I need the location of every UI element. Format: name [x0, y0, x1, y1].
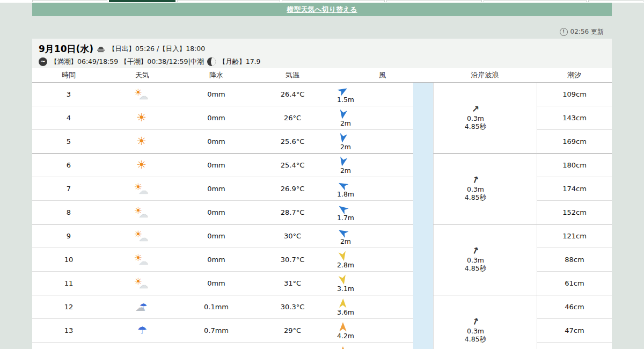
forecast-panel: 9月10日(水) 【日出】05:26 /【日入】18:00 ~ 【満潮】06:4…: [32, 39, 612, 349]
wave-height: 0.3m: [467, 185, 484, 193]
weather-icon-sun-cloud: ☀☁: [134, 88, 150, 101]
time-cell: 12: [32, 295, 105, 319]
time-cell: 8: [32, 201, 105, 224]
precip-cell: 0.1mm: [179, 295, 253, 319]
moon-icon: [207, 57, 216, 66]
tide-cell: 169cm: [537, 130, 612, 154]
wind-cell: 4.2m: [332, 319, 413, 343]
wind-direction-arrow: [337, 132, 348, 144]
moon-age: 【月齢】17.9: [219, 57, 261, 67]
weather-cell: ☁☂: [105, 295, 179, 319]
wind-cell: 1.7m: [332, 201, 413, 224]
wind-cell: 2m: [332, 154, 413, 177]
time-cell: 7: [32, 177, 105, 201]
date-title: 9月10日(水): [39, 43, 93, 55]
wave-height: 0.3m: [467, 114, 484, 122]
tab-stub[interactable]: [588, 0, 643, 2]
tide-cell: 61cm: [537, 272, 612, 295]
wind-cell: 1.5m: [332, 83, 413, 106]
time-cell: 4: [32, 106, 105, 130]
tide-times: 【満潮】06:49/18:59 【干潮】00:38/12:59|中潮: [50, 57, 204, 67]
precip-cell: 0mm: [179, 248, 253, 272]
weather-cell: ☀: [105, 106, 179, 130]
tab-stub[interactable]: [484, 0, 587, 2]
tab-stub[interactable]: [282, 0, 385, 2]
precip-cell: 0mm: [179, 83, 253, 106]
precip-cell: 0mm: [179, 224, 253, 248]
weather-icon-sun-cloud: ☀☁: [134, 253, 150, 267]
weather-icon-sun: ☀: [134, 111, 150, 125]
sun-times: 【日出】05:26 /【日入】18:00: [108, 45, 205, 54]
wind-cell: 2.8m: [332, 248, 413, 272]
precip-cell: 0mm: [179, 177, 253, 201]
col-header-wave: 沿岸波浪: [433, 68, 537, 83]
layout-switch-banner: 横型天気へ切り替える: [32, 3, 612, 16]
weather-cell: ☀☁: [105, 201, 179, 224]
time-cell: 9: [32, 224, 105, 248]
weather-icon-sun-cloud: ☀☁: [134, 182, 150, 196]
wave-period: 4.85秒: [465, 122, 486, 132]
wave-height: 0.3m: [467, 256, 484, 264]
col-header-tide: 潮汐: [537, 68, 612, 83]
date-header: 9月10日(水) 【日出】05:26 /【日入】18:00 ~ 【満潮】06:4…: [32, 39, 612, 68]
col-header-temp: 気温: [253, 68, 332, 83]
tab-stub[interactable]: [177, 0, 280, 2]
tab-stub[interactable]: [386, 0, 482, 2]
weather-icon-sun: ☀: [134, 158, 150, 172]
wind-direction-arrow: [338, 322, 348, 332]
wave-direction-arrow: ↗: [470, 174, 481, 185]
daylight-band: [413, 83, 433, 349]
weather-cell: ☀☁: [105, 248, 179, 272]
weather-cell: ☀: [105, 154, 179, 177]
wave-direction-arrow: ↗: [470, 245, 480, 257]
wind-direction-arrow: [337, 250, 349, 262]
time-cell: [32, 343, 105, 349]
wind-cell: 1.8m: [332, 177, 413, 201]
weather-icon-sun-cloud: ☀☁: [134, 277, 150, 290]
active-tab-stub[interactable]: [109, 0, 175, 2]
time-cell: 6: [32, 154, 105, 177]
temp-cell: 26.4°C: [253, 83, 332, 106]
time-cell: 5: [32, 130, 105, 154]
weather-cell: ☂: [105, 319, 179, 343]
tide-cell: 47cm: [537, 319, 612, 343]
wind-cell: 3.1m: [332, 272, 413, 295]
wind-cell: 2m: [332, 224, 413, 248]
wind-direction-arrow: [337, 108, 348, 120]
tide-cell: 152cm: [537, 201, 612, 224]
wind-direction-arrow: [338, 346, 348, 349]
layout-switch-link[interactable]: 横型天気へ切り替える: [287, 5, 357, 13]
temp-cell: [253, 343, 332, 349]
time-cell: 11: [32, 272, 105, 295]
wave-direction-arrow: ↗: [472, 105, 479, 114]
time-cell: 10: [32, 248, 105, 272]
weather-cell: ☀☁: [105, 177, 179, 201]
wave-cell: ↗0.3m4.85秒: [433, 83, 537, 154]
wind-direction-arrow: [337, 273, 349, 286]
tide-cell: 174cm: [537, 177, 612, 201]
weather-icon-sun-cloud: ☀☁: [134, 206, 150, 220]
tab-stub[interactable]: [32, 0, 107, 2]
precip-cell: 0mm: [179, 154, 253, 177]
temp-cell: 30.7°C: [253, 248, 332, 272]
col-header-wind: 風: [332, 68, 433, 83]
temp-cell: 26.9°C: [253, 177, 332, 201]
wave-period: 4.85秒: [465, 335, 486, 344]
update-time-text: 02:56 更新: [570, 27, 604, 37]
weather-table: 時間 天気 降水 気温 風 沿岸波浪 潮汐 3☀☁0mm26.4°C1.5m10…: [32, 68, 612, 349]
col-header-time: 時間: [32, 68, 105, 83]
temp-cell: 30.3°C: [253, 295, 332, 319]
wave-period: 4.85秒: [465, 193, 486, 202]
tide-cell: 88cm: [537, 248, 612, 272]
wave-direction-arrow: ↗: [470, 316, 481, 327]
wave-cell: ↗0.3m4.85秒: [433, 224, 537, 295]
col-header-weather: 天気: [105, 68, 179, 83]
weather-icon-none: [134, 347, 150, 349]
update-info: ! 02:56 更新: [560, 27, 604, 37]
wind-cell: [332, 343, 413, 349]
precip-cell: 0mm: [179, 201, 253, 224]
wave-cell: ↗0.3m4.85秒: [433, 295, 537, 349]
wave-icon: ~: [39, 57, 47, 66]
temp-cell: 31°C: [253, 272, 332, 295]
wind-speed: 1.7m: [337, 214, 354, 222]
